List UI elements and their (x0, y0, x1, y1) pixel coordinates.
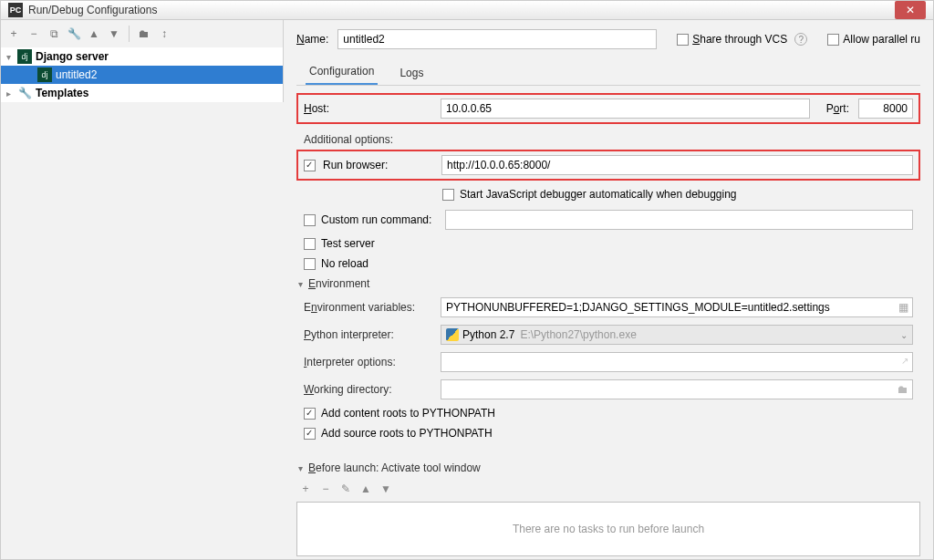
tree-group-label: Django server (36, 50, 109, 63)
no-reload-checkbox[interactable] (304, 258, 316, 270)
interpreter-options-input[interactable]: ↗ (441, 352, 913, 372)
interpreter-select[interactable]: Python 2.7 E:\Python27\python.exe ⌄ (441, 325, 913, 345)
wrench-button[interactable]: 🔧 (67, 26, 81, 41)
bl-down-button[interactable]: ▼ (379, 482, 393, 496)
close-button[interactable]: ✕ (895, 1, 926, 19)
python-icon (446, 328, 459, 341)
tree-item-untitled2[interactable]: dj untitled2 (1, 66, 283, 84)
config-tree[interactable]: ▾ dj Django server dj untitled2 ▸ 🔧 Temp… (1, 47, 284, 102)
env-vars-input[interactable]: PYTHONUNBUFFERED=1;DJANGO_SETTINGS_MODUL… (441, 297, 913, 317)
host-port-highlight: Host: Port: (296, 93, 920, 124)
interpreter-options-label: Interpreter options: (304, 356, 431, 368)
chevron-down-icon[interactable]: ▾ (298, 463, 303, 473)
add-config-button[interactable]: + (6, 26, 21, 41)
additional-options-label: Additional options: (304, 133, 431, 146)
working-dir-label: Working directory: (304, 383, 431, 396)
dropdown-arrow-icon: ⌄ (900, 330, 908, 340)
share-label: Share through VCS (692, 33, 787, 46)
down-button[interactable]: ▼ (107, 26, 121, 41)
env-vars-label: Environment variables: (304, 301, 431, 314)
port-input[interactable] (858, 99, 913, 119)
window-title: Run/Debug Configurations (28, 4, 157, 16)
titlebar: PC Run/Debug Configurations ✕ (1, 1, 933, 20)
folder-icon[interactable]: 🖿 (898, 383, 908, 396)
parallel-label: Allow parallel ru (843, 33, 920, 46)
port-label: Port: (826, 102, 849, 115)
django-icon: dj (17, 49, 32, 64)
host-label: Host: (304, 102, 431, 115)
run-browser-highlight: Run browser: (296, 150, 920, 181)
test-server-checkbox[interactable] (304, 238, 316, 250)
interpreter-label: Python interpreter: (304, 328, 431, 341)
host-input[interactable] (441, 99, 810, 119)
custom-command-input[interactable] (445, 210, 913, 230)
bl-remove-button[interactable]: − (318, 482, 333, 496)
bl-up-button[interactable]: ▲ (358, 482, 373, 496)
help-icon[interactable]: ? (794, 33, 807, 46)
before-launch-header: Before launch: Activate tool window (308, 461, 481, 474)
test-server-label: Test server (321, 237, 375, 250)
sort-button[interactable]: ↕ (157, 26, 171, 41)
chevron-down-icon[interactable]: ▾ (298, 279, 303, 289)
tree-item-label: untitled2 (56, 68, 97, 81)
add-content-roots-label: Add content roots to PYTHONPATH (321, 407, 495, 420)
run-browser-input[interactable] (441, 155, 913, 175)
js-debugger-label: Start JavaScript debugger automatically … (460, 188, 737, 201)
tab-configuration[interactable]: Configuration (306, 59, 378, 85)
run-browser-label: Run browser: (323, 159, 434, 171)
working-dir-input[interactable]: 🖿 (441, 379, 913, 399)
run-browser-checkbox[interactable] (304, 160, 316, 171)
chevron-down-icon: ▾ (6, 52, 17, 62)
tab-logs[interactable]: Logs (396, 61, 427, 85)
remove-config-button[interactable]: − (26, 26, 41, 41)
bl-edit-button[interactable]: ✎ (338, 482, 353, 496)
expand-icon[interactable]: ↗ (901, 356, 908, 366)
app-icon: PC (8, 3, 23, 17)
django-icon: dj (37, 67, 52, 82)
add-content-roots-checkbox[interactable] (304, 408, 316, 420)
tree-group-templates[interactable]: ▸ 🔧 Templates (1, 84, 283, 102)
tree-group-django[interactable]: ▾ dj Django server (1, 47, 283, 66)
left-toolbar: + − ⧉ 🔧 ▲ ▼ 🖿 ↕ (1, 20, 284, 47)
custom-command-checkbox[interactable] (304, 214, 316, 226)
before-launch-tasks: There are no tasks to run before launch (296, 502, 920, 556)
tree-group-label: Templates (36, 87, 88, 99)
name-input[interactable] (337, 29, 657, 49)
add-source-roots-checkbox[interactable] (304, 428, 316, 440)
environment-header: Environment (308, 277, 369, 290)
bl-add-button[interactable]: + (298, 482, 313, 496)
parallel-checkbox[interactable] (827, 34, 839, 46)
up-button[interactable]: ▲ (87, 26, 101, 41)
chevron-right-icon: ▸ (6, 88, 17, 99)
folder-button[interactable]: 🖿 (137, 26, 151, 41)
env-vars-browse-icon[interactable]: ▦ (898, 301, 908, 314)
no-reload-label: No reload (321, 257, 368, 270)
add-source-roots-label: Add source roots to PYTHONPATH (321, 427, 493, 440)
js-debugger-checkbox[interactable] (442, 189, 454, 201)
copy-config-button[interactable]: ⧉ (47, 26, 61, 41)
custom-command-label: Custom run command: (321, 213, 440, 226)
share-checkbox[interactable] (677, 34, 689, 46)
wrench-icon: 🔧 (17, 86, 32, 100)
name-label: Name: (296, 33, 328, 46)
